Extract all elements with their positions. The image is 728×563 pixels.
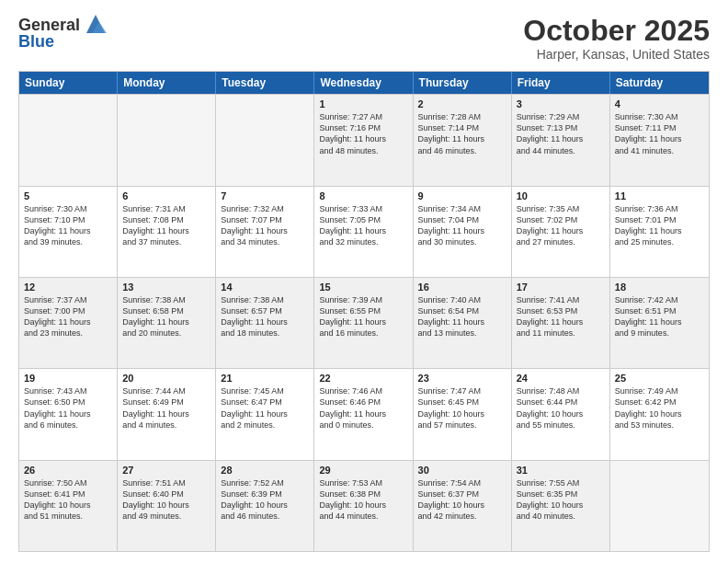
- day-info: Sunrise: 7:37 AM Sunset: 7:00 PM Dayligh…: [24, 294, 112, 339]
- day-info: Sunrise: 7:38 AM Sunset: 6:58 PM Dayligh…: [122, 294, 210, 339]
- day-info: Sunrise: 7:45 AM Sunset: 6:47 PM Dayligh…: [221, 385, 309, 431]
- calendar-cell: 5Sunrise: 7:30 AM Sunset: 7:10 PM Daylig…: [19, 187, 118, 277]
- calendar-cell: [610, 461, 709, 551]
- day-number: 29: [319, 465, 407, 476]
- calendar-cell: 28Sunrise: 7:52 AM Sunset: 6:39 PM Dayli…: [216, 461, 314, 551]
- day-number: 7: [221, 190, 309, 201]
- calendar-cell: 9Sunrise: 7:34 AM Sunset: 7:04 PM Daylig…: [414, 187, 512, 277]
- page: General Blue October 2025 Harper, Kansas…: [0, 0, 728, 563]
- weekday-header: Thursday: [414, 72, 512, 94]
- calendar-cell: 11Sunrise: 7:36 AM Sunset: 7:01 PM Dayli…: [610, 187, 709, 277]
- day-info: Sunrise: 7:48 AM Sunset: 6:44 PM Dayligh…: [517, 385, 605, 431]
- day-number: 27: [122, 465, 210, 476]
- calendar-cell: 23Sunrise: 7:47 AM Sunset: 6:45 PM Dayli…: [414, 369, 512, 459]
- calendar-cell: 21Sunrise: 7:45 AM Sunset: 6:47 PM Dayli…: [216, 369, 314, 459]
- calendar-cell: 31Sunrise: 7:55 AM Sunset: 6:35 PM Dayli…: [512, 461, 610, 551]
- calendar-cell: 8Sunrise: 7:33 AM Sunset: 7:05 PM Daylig…: [314, 187, 413, 277]
- weekday-header: Monday: [118, 72, 216, 94]
- day-number: 13: [122, 282, 210, 293]
- calendar-cell: 12Sunrise: 7:37 AM Sunset: 7:00 PM Dayli…: [19, 278, 118, 368]
- day-info: Sunrise: 7:27 AM Sunset: 7:16 PM Dayligh…: [319, 111, 407, 156]
- day-number: 20: [122, 373, 210, 384]
- day-number: 31: [517, 465, 605, 476]
- day-number: 26: [24, 465, 112, 476]
- day-number: 10: [517, 190, 605, 201]
- calendar-cell: 20Sunrise: 7:44 AM Sunset: 6:49 PM Dayli…: [118, 369, 216, 459]
- month-title: October 2025: [523, 15, 710, 47]
- calendar-cell: 26Sunrise: 7:50 AM Sunset: 6:41 PM Dayli…: [19, 461, 118, 551]
- calendar-cell: 29Sunrise: 7:53 AM Sunset: 6:38 PM Dayli…: [314, 461, 413, 551]
- day-info: Sunrise: 7:43 AM Sunset: 6:50 PM Dayligh…: [24, 385, 112, 431]
- calendar-header: SundayMondayTuesdayWednesdayThursdayFrid…: [19, 72, 709, 94]
- day-info: Sunrise: 7:55 AM Sunset: 6:35 PM Dayligh…: [517, 477, 605, 523]
- calendar-cell: 18Sunrise: 7:42 AM Sunset: 6:51 PM Dayli…: [610, 278, 709, 368]
- day-info: Sunrise: 7:29 AM Sunset: 7:13 PM Dayligh…: [517, 111, 605, 156]
- calendar-cell: 13Sunrise: 7:38 AM Sunset: 6:58 PM Dayli…: [118, 278, 216, 368]
- weekday-header: Friday: [512, 72, 610, 94]
- weekday-header: Saturday: [610, 72, 709, 94]
- calendar-cell: 19Sunrise: 7:43 AM Sunset: 6:50 PM Dayli…: [19, 369, 118, 459]
- calendar-cell: 3Sunrise: 7:29 AM Sunset: 7:13 PM Daylig…: [512, 95, 610, 185]
- weekday-header: Wednesday: [314, 72, 413, 94]
- day-number: 4: [615, 98, 704, 109]
- day-number: 11: [615, 190, 704, 201]
- day-info: Sunrise: 7:35 AM Sunset: 7:02 PM Dayligh…: [517, 203, 605, 248]
- calendar-cell: [19, 95, 118, 185]
- calendar-row: 19Sunrise: 7:43 AM Sunset: 6:50 PM Dayli…: [19, 368, 709, 459]
- day-info: Sunrise: 7:42 AM Sunset: 6:51 PM Dayligh…: [615, 294, 704, 339]
- calendar-cell: 17Sunrise: 7:41 AM Sunset: 6:53 PM Dayli…: [512, 278, 610, 368]
- calendar-row: 5Sunrise: 7:30 AM Sunset: 7:10 PM Daylig…: [19, 186, 709, 277]
- day-info: Sunrise: 7:44 AM Sunset: 6:49 PM Dayligh…: [122, 385, 210, 431]
- day-info: Sunrise: 7:53 AM Sunset: 6:38 PM Dayligh…: [319, 477, 407, 523]
- day-info: Sunrise: 7:39 AM Sunset: 6:55 PM Dayligh…: [319, 294, 407, 339]
- day-info: Sunrise: 7:52 AM Sunset: 6:39 PM Dayligh…: [221, 477, 309, 523]
- calendar-cell: 15Sunrise: 7:39 AM Sunset: 6:55 PM Dayli…: [314, 278, 413, 368]
- calendar-cell: 27Sunrise: 7:51 AM Sunset: 6:40 PM Dayli…: [118, 461, 216, 551]
- calendar: SundayMondayTuesdayWednesdayThursdayFrid…: [18, 71, 710, 552]
- day-info: Sunrise: 7:40 AM Sunset: 6:54 PM Dayligh…: [418, 294, 506, 339]
- day-info: Sunrise: 7:33 AM Sunset: 7:05 PM Dayligh…: [319, 203, 407, 248]
- day-number: 28: [221, 465, 309, 476]
- day-number: 8: [319, 190, 407, 201]
- calendar-cell: 25Sunrise: 7:49 AM Sunset: 6:42 PM Dayli…: [610, 369, 709, 459]
- day-info: Sunrise: 7:34 AM Sunset: 7:04 PM Dayligh…: [418, 203, 506, 248]
- day-number: 22: [319, 373, 407, 384]
- day-info: Sunrise: 7:54 AM Sunset: 6:37 PM Dayligh…: [418, 477, 506, 523]
- day-info: Sunrise: 7:47 AM Sunset: 6:45 PM Dayligh…: [418, 385, 506, 431]
- calendar-cell: 14Sunrise: 7:38 AM Sunset: 6:57 PM Dayli…: [216, 278, 314, 368]
- calendar-cell: 16Sunrise: 7:40 AM Sunset: 6:54 PM Dayli…: [414, 278, 512, 368]
- day-info: Sunrise: 7:49 AM Sunset: 6:42 PM Dayligh…: [615, 385, 704, 431]
- calendar-row: 12Sunrise: 7:37 AM Sunset: 7:00 PM Dayli…: [19, 277, 709, 368]
- location: Harper, Kansas, United States: [523, 47, 710, 62]
- day-number: 9: [418, 190, 506, 201]
- day-info: Sunrise: 7:41 AM Sunset: 6:53 PM Dayligh…: [517, 294, 605, 339]
- calendar-cell: [118, 95, 216, 185]
- day-info: Sunrise: 7:38 AM Sunset: 6:57 PM Dayligh…: [221, 294, 309, 339]
- weekday-header: Tuesday: [216, 72, 314, 94]
- day-number: 2: [418, 98, 506, 109]
- calendar-cell: [216, 95, 314, 185]
- calendar-cell: 4Sunrise: 7:30 AM Sunset: 7:11 PM Daylig…: [610, 95, 709, 185]
- logo: General Blue: [18, 15, 108, 52]
- day-number: 5: [24, 190, 112, 201]
- calendar-row: 26Sunrise: 7:50 AM Sunset: 6:41 PM Dayli…: [19, 460, 709, 551]
- day-number: 21: [221, 373, 309, 384]
- day-info: Sunrise: 7:32 AM Sunset: 7:07 PM Dayligh…: [221, 203, 309, 248]
- day-number: 15: [319, 282, 407, 293]
- day-info: Sunrise: 7:30 AM Sunset: 7:11 PM Dayligh…: [615, 111, 704, 156]
- calendar-cell: 6Sunrise: 7:31 AM Sunset: 7:08 PM Daylig…: [118, 187, 216, 277]
- day-info: Sunrise: 7:28 AM Sunset: 7:14 PM Dayligh…: [418, 111, 506, 156]
- calendar-cell: 1Sunrise: 7:27 AM Sunset: 7:16 PM Daylig…: [314, 95, 413, 185]
- calendar-row: 1Sunrise: 7:27 AM Sunset: 7:16 PM Daylig…: [19, 94, 709, 185]
- calendar-body: 1Sunrise: 7:27 AM Sunset: 7:16 PM Daylig…: [19, 94, 709, 551]
- day-info: Sunrise: 7:31 AM Sunset: 7:08 PM Dayligh…: [122, 203, 210, 248]
- day-number: 1: [319, 98, 407, 109]
- header: General Blue October 2025 Harper, Kansas…: [18, 15, 710, 62]
- calendar-cell: 10Sunrise: 7:35 AM Sunset: 7:02 PM Dayli…: [512, 187, 610, 277]
- calendar-cell: 24Sunrise: 7:48 AM Sunset: 6:44 PM Dayli…: [512, 369, 610, 459]
- day-info: Sunrise: 7:36 AM Sunset: 7:01 PM Dayligh…: [615, 203, 704, 248]
- day-number: 23: [418, 373, 506, 384]
- day-number: 18: [615, 282, 704, 293]
- calendar-cell: 2Sunrise: 7:28 AM Sunset: 7:14 PM Daylig…: [414, 95, 512, 185]
- day-info: Sunrise: 7:46 AM Sunset: 6:46 PM Dayligh…: [319, 385, 407, 431]
